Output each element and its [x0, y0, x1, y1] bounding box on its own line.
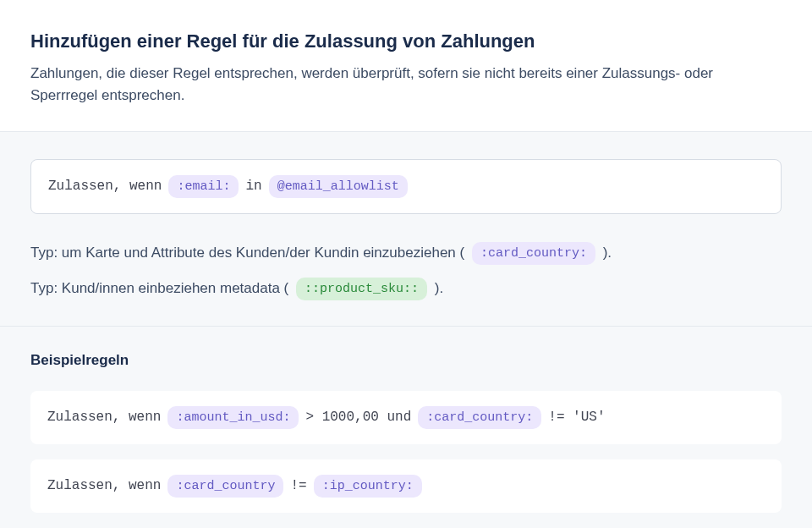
modal-subtitle: Zahlungen, die dieser Regel entsprechen,…	[30, 63, 782, 107]
modal-content: Zulassen, wenn :email: in @email_allowli…	[0, 131, 812, 528]
hint1-prefix: Typ: um Karte und Attribute des Kunden/d…	[30, 245, 464, 261]
token-email-allowlist[interactable]: @email_allowlist	[269, 175, 408, 198]
example1-op2: != 'US'	[548, 410, 605, 425]
section-divider	[0, 326, 812, 327]
modal-title: Hinzufügen einer Regel für die Zulassung…	[30, 30, 782, 52]
rule-input[interactable]: Zulassen, wenn :email: in @email_allowli…	[30, 159, 782, 214]
token-ip-country: :ip_country:	[314, 475, 422, 498]
operator-in: in	[245, 179, 261, 194]
example1-prefix: Zulassen, wenn	[47, 410, 161, 425]
example2-op: !=	[290, 478, 306, 493]
token-amount-in-usd: :amount_in_usd:	[167, 406, 299, 429]
hint-metadata: Typ: Kund/innen einbeziehen metadata ( :…	[30, 277, 782, 300]
modal-header: Hinzufügen einer Regel für die Zulassung…	[0, 0, 812, 131]
rule-prefix: Zulassen, wenn	[48, 179, 162, 194]
example2-prefix: Zulassen, wenn	[47, 478, 161, 493]
token-email[interactable]: :email:	[168, 175, 239, 198]
examples-title: Beispielregeln	[30, 352, 782, 369]
example-rule-2[interactable]: Zulassen, wenn :card_country != :ip_coun…	[30, 459, 782, 513]
token-card-country-ex2: :card_country	[167, 475, 283, 498]
hint2-prefix: Typ: Kund/innen einbeziehen metadata (	[30, 280, 288, 296]
token-product-sku: ::product_sku::	[296, 278, 427, 300]
hint-card-attributes: Typ: um Karte und Attribute des Kunden/d…	[30, 241, 782, 265]
example-rule-1[interactable]: Zulassen, wenn :amount_in_usd: > 1000,00…	[30, 391, 782, 444]
modal-container: Hinzufügen einer Regel für die Zulassung…	[0, 0, 812, 528]
hint1-suffix: ).	[603, 245, 612, 261]
example1-op1: > 1000,00 und	[305, 410, 411, 425]
hint2-suffix: ).	[435, 280, 443, 296]
token-card-country-ex1: :card_country:	[418, 406, 541, 429]
token-card-country: :card_country:	[472, 242, 595, 265]
